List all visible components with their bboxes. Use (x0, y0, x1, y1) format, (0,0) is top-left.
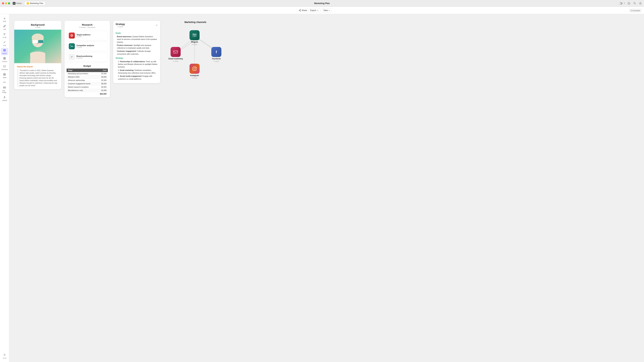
research-card-subtitle: 2 boards, 1 document (67, 26, 107, 28)
sidebar-item-note[interactable]: ≡ Note (1, 16, 8, 23)
budget-row: Miscellaneous costs$1,000 (66, 89, 108, 92)
goal-2: Product showcase: Spotlight new eyewear … (117, 44, 158, 49)
budget-row: Influencer partnerships$7,000 (66, 79, 108, 82)
channels-diagram: ≡ Website 0 cards Email marketing 0 card… (164, 27, 227, 80)
link-icon (3, 25, 6, 28)
strategy-3: 3. Social media engagement: Engage with … (118, 75, 158, 80)
marketing-channels-card: Marketing channels (164, 21, 227, 80)
competitor-analysis-card[interactable]: Competitor analysis 0 cards (66, 41, 108, 51)
title-bar: M Home / 🟨 Marketing Plan Marketing Plan… (0, 0, 644, 7)
background-card-title: Background (17, 23, 58, 26)
research-card: Research 2 boards, 1 document Target aud… (64, 21, 110, 97)
doc-tab-label: Marketing Plan (30, 2, 43, 4)
email-channel-node[interactable]: Email marketing 0 cards (168, 47, 183, 62)
budget-row: Market research & analytics$2,500 (66, 85, 108, 89)
brand-positioning-card[interactable]: Brand positioning 0 words (66, 52, 108, 62)
sidebar-item-line[interactable]: Line (1, 40, 8, 47)
todo-icon (3, 33, 6, 36)
svg-point-9 (300, 9, 301, 10)
sidebar-item-add-image[interactable]: Add Image (1, 85, 8, 94)
instagram-channel-node[interactable]: Instagram 0 cards (190, 64, 200, 79)
facebook-channel-node[interactable]: f Facebook 0 cards (211, 47, 221, 62)
bell-icon[interactable] (639, 2, 642, 5)
target-audience-icon (69, 32, 75, 38)
budget-stage: Influencer partnerships (66, 79, 98, 82)
svg-point-42 (70, 45, 71, 46)
svg-rect-19 (4, 50, 4, 51)
brand-positioning-label: Brand positioning (76, 55, 92, 57)
sidebar-item-link[interactable]: Link (1, 24, 8, 31)
brand-positioning-icon (69, 54, 75, 60)
svg-line-12 (300, 10, 300, 11)
budget-cost: $2,500 (98, 85, 108, 89)
doc-tab[interactable]: 🟨 Marketing Plan (25, 2, 45, 5)
strategy-close-icon[interactable]: ✕ (156, 24, 158, 27)
sidebar-item-board[interactable]: Board (1, 48, 8, 55)
minimize-button[interactable] (5, 2, 7, 4)
website-channel-label: Website (191, 41, 198, 43)
export-button[interactable]: Export (308, 8, 320, 12)
svg-text:f: f (216, 50, 217, 54)
budget-row: Website & SEO$3,000 (66, 75, 108, 79)
budget-col-cost: Cost (98, 68, 108, 72)
svg-rect-28 (4, 87, 6, 88)
svg-point-60 (196, 67, 196, 68)
budget-section: Budget Stage Cost Advertising and promot… (66, 65, 108, 95)
instagram-channel-count: 0 cards (192, 77, 198, 79)
background-card-header: Background 2 cards (14, 21, 61, 30)
sidebar-item-comment[interactable]: Comment (1, 64, 8, 71)
page-title: Marketing Plan (314, 2, 330, 4)
brand-quote: "Founded in London in 2022, Dekker Eyewe… (18, 69, 58, 87)
svg-rect-53 (193, 34, 193, 34)
competitor-analysis-text: Competitor analysis 0 cards (76, 44, 94, 48)
sidebar-item-table[interactable]: Table (1, 72, 8, 79)
target-audience-card[interactable]: Target audience 0 cards (66, 31, 108, 40)
svg-point-8 (299, 10, 300, 11)
device-icon[interactable] (620, 2, 623, 5)
svg-rect-21 (4, 57, 4, 59)
share-button[interactable]: Share (302, 9, 307, 11)
maximize-button[interactable] (8, 2, 10, 4)
svg-rect-54 (194, 34, 194, 34)
sidebar-item-todo[interactable]: To-do (1, 32, 8, 39)
strategy-content: Goals: Brand awareness: Expand Dekker Ey… (113, 29, 160, 83)
facebook-channel-icon: f (211, 47, 221, 57)
add-image-icon (3, 86, 6, 89)
sidebar-item-more[interactable]: ••• (1, 80, 8, 84)
strategy-card-title: Strategy (116, 23, 125, 25)
target-audience-count: 0 cards (76, 36, 90, 37)
svg-line-16 (4, 41, 5, 43)
sidebar-item-upload[interactable]: Upload (1, 95, 8, 102)
toolbar: Share Export View 0 Unsorted (0, 7, 644, 14)
canvas: Background 2 cards (9, 14, 644, 362)
close-button[interactable] (2, 2, 4, 4)
comment-icon (3, 65, 6, 68)
svg-text:?: ? (628, 3, 629, 4)
facebook-channel-count: 0 cards (214, 60, 219, 62)
svg-point-10 (300, 10, 301, 11)
svg-rect-22 (4, 57, 5, 59)
more-icon: ••• (3, 81, 6, 83)
device-badge: 0 (624, 2, 625, 4)
brand-positioning-text: Brand positioning 0 words (76, 55, 92, 59)
view-button[interactable]: View (322, 8, 332, 12)
svg-line-7 (635, 4, 636, 4)
background-card-subtitle: 2 cards (17, 26, 58, 28)
column-icon (3, 57, 6, 60)
website-channel-node[interactable]: ≡ Website 0 cards (190, 30, 200, 45)
budget-table: Stage Cost Advertising and promotions$7,… (66, 68, 108, 92)
sidebar-item-trash[interactable]: Trash (1, 353, 8, 360)
home-tab[interactable]: M Home (13, 2, 22, 5)
search-icon[interactable] (633, 2, 636, 5)
strategy-card: Strategy 2 cards ✕ Goals: Brand awarenes… (113, 21, 160, 83)
svg-point-59 (194, 68, 196, 69)
budget-stage: Advertising and promotions (66, 72, 98, 75)
sidebar-item-column[interactable]: Column (1, 56, 8, 63)
traffic-lights (2, 2, 10, 4)
instagram-channel-icon (190, 64, 200, 74)
channels-title: Marketing channels (164, 21, 227, 23)
help-icon[interactable]: ? (627, 2, 630, 5)
goals-label: Goals: (116, 32, 158, 34)
svg-rect-33 (33, 40, 38, 43)
svg-rect-34 (38, 40, 43, 43)
